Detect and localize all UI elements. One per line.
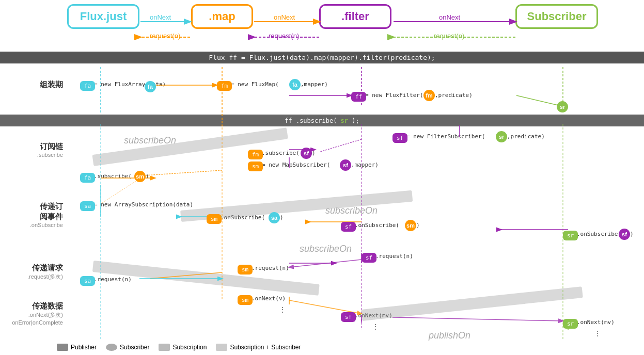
legend-sub-subscriber-box <box>216 344 227 351</box>
request-label-1: request(n) <box>150 32 180 40</box>
subscriber-label: Subscriber <box>527 10 587 23</box>
data-main: 传递数据 <box>0 300 63 311</box>
fa-subscribe-close: ) <box>146 173 149 180</box>
sf-node-1: sf <box>392 133 407 143</box>
sr-onsubscribe-node: sr <box>563 231 578 240</box>
top-code-banner: Flux ff = Flux.just(data).map(mapper).fi… <box>0 52 644 63</box>
sr-onnext-text: .onNext(mv) <box>577 319 615 326</box>
sf-onsubscribe-text: .onSubscribe( <box>355 222 399 229</box>
fm-text-2: ,mapper) <box>301 81 328 88</box>
sr-circle-top: sr <box>557 101 568 112</box>
sr-circle-2: sr <box>496 131 507 142</box>
sf-onsubscribe-node: sf <box>341 222 356 232</box>
sm-request-text: .request(n) <box>252 265 289 271</box>
fa-circle-2: fa <box>289 79 301 90</box>
onnext-label-1: onNext <box>150 13 171 21</box>
sa-node: sa <box>80 201 95 211</box>
sm-node-1: sm <box>248 162 263 171</box>
filter-box: .filter <box>319 4 391 29</box>
ellipsis-1: ⋮ <box>279 305 286 314</box>
data-sub: .onNext(多次)onError|onComplete <box>0 311 63 327</box>
subscribe-chain-sub: .subscribe <box>0 152 63 158</box>
legend-sub-subscriber: Subscription + Subscriber <box>216 344 301 351</box>
filter-label: .filter <box>341 10 369 23</box>
sm-text-1: = new MapSubscriber( <box>262 162 330 168</box>
legend-sub-subscriber-label: Subscription + Subscriber <box>230 344 301 351</box>
request-main: 传递请求 <box>0 263 63 273</box>
fm-circle: fm <box>423 90 435 101</box>
sm-onsubscribe-node: sm <box>207 214 222 224</box>
legend-subscription-box <box>159 344 170 351</box>
svg-line-32 <box>145 170 222 175</box>
sm-onsubscribe-close: ) <box>280 214 284 221</box>
subscriber-box: Subscriber <box>515 4 598 29</box>
sr-onsubscribe-close: ) <box>630 231 634 237</box>
legend-subscriber-box <box>106 344 117 351</box>
assembly-section-label: 组装期 <box>0 80 67 90</box>
map-box: .map <box>191 4 253 29</box>
legend-publisher-box <box>57 344 68 351</box>
request-label-3: request(n) <box>434 32 464 40</box>
sm-circle-2: sm <box>405 220 416 231</box>
subscribeon-arrow-1 <box>92 127 288 166</box>
subscribeon-label-3: subscribeOn <box>300 244 352 254</box>
subscribe-chain-main: 订阅链 <box>0 142 63 152</box>
onsubscribe-main: 传递订阅事件 <box>0 201 63 221</box>
subscribeon-label-2: subscribeOn <box>325 205 378 216</box>
svg-line-12 <box>516 95 560 106</box>
data-section-label: 传递数据 .onNext(多次)onError|onComplete <box>0 300 67 327</box>
subscribeon-label-1: subscribeOn <box>124 135 176 146</box>
subscribe-chain-label: 订阅链 .subscribe <box>0 142 67 158</box>
sf-circle-2: sf <box>340 159 351 171</box>
publishon-label: publishOn <box>429 330 470 341</box>
svg-line-35 <box>289 260 362 267</box>
flux-just-label: Flux.just <box>80 10 127 23</box>
fa-circle-1: fa <box>145 81 156 92</box>
sm-onnext-node: sm <box>238 295 253 305</box>
sa-request-text: .request(n) <box>94 276 132 283</box>
fa-subscribe-node: fa <box>80 173 95 183</box>
legend-subscriber-label: Subscriber <box>120 344 149 351</box>
subscribe-banner-text: ff .subscribe( sr ); <box>285 117 359 124</box>
request-sub: .request(多次) <box>0 273 63 281</box>
legend-publisher-label: Publisher <box>71 344 97 351</box>
fm-node: fm <box>217 81 232 91</box>
legend-subscription: Subscription <box>159 344 207 351</box>
ff-text-2: ,predicate) <box>435 92 473 99</box>
diagram-container: Flux.just .map .filter Subscriber onNext… <box>0 0 644 355</box>
onsubscribe-section-label: 传递订阅事件 .onSubscribe <box>0 201 67 229</box>
ff-node: ff <box>351 92 366 102</box>
top-banner-text: Flux ff = Flux.just(data).map(mapper).fi… <box>209 54 435 61</box>
sm-text-2: ,mapper) <box>351 162 379 168</box>
sf-circle-3: sf <box>619 229 630 240</box>
fm-subscribe-text: .subscribe( <box>262 150 300 156</box>
sa-text: = new ArraySubscription(data) <box>94 201 193 208</box>
legend-subscriber: Subscriber <box>106 344 149 351</box>
sf-onsubscribe-close: ) <box>416 222 420 229</box>
fm-text: = new FluxMap( <box>231 81 279 88</box>
ff-text: = new FluxFilter( <box>365 92 423 99</box>
map-label: .map <box>209 10 235 23</box>
sm-circle-1: sm <box>134 171 146 182</box>
sf-request-node: sf <box>362 253 376 263</box>
sf-text-2: ,predicate) <box>507 133 545 140</box>
fm-subscribe-close: ) <box>312 150 316 156</box>
flux-just-box: Flux.just <box>67 4 139 29</box>
sf-circle-1: sf <box>301 148 312 159</box>
ellipsis-3: ⋮ <box>594 329 601 337</box>
legend-subscription-label: Subscription <box>172 344 207 351</box>
onsubscribe-sub: .onSubscribe <box>0 221 63 229</box>
onnext-label-3: onNext <box>439 13 460 21</box>
sr-onsubscribe-text: .onSubscribe( <box>577 231 621 237</box>
onnext-label-2: onNext <box>274 13 295 21</box>
subscribe-banner: ff .subscribe( sr ); <box>0 115 644 126</box>
sa-circle: sa <box>269 212 280 223</box>
sm-onnext-text: .onNext(v) <box>252 295 286 302</box>
sf-onnext-node: sf <box>341 312 356 322</box>
svg-line-31 <box>320 139 362 152</box>
request-label-2: request(n) <box>269 32 299 40</box>
legend: Publisher Subscriber Subscription Subscr… <box>57 344 301 351</box>
sf-text-1: = new FilterSubscriber( <box>406 133 485 140</box>
sf-request-text: .request(n) <box>375 253 413 260</box>
fm-subscribe-node: fm <box>248 150 263 159</box>
